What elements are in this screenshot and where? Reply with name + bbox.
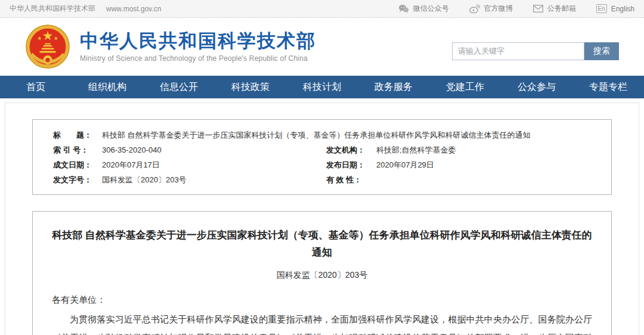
header: 中华人民共和国科学技术部 Ministry of Science and Tec… xyxy=(0,18,644,76)
topbar-link-label: 公务邮箱 xyxy=(547,4,576,14)
topbar-link-label: English xyxy=(611,5,634,13)
en-icon: En xyxy=(596,4,607,13)
article-title: 科技部 自然科学基金委关于进一步压实国家科技计划（专项、基金等）任务承担单位科研… xyxy=(52,227,592,261)
nav-item-info[interactable]: 信息公开 xyxy=(143,76,215,98)
meta-value-publish-date: 2020年07月29日 xyxy=(376,157,599,172)
nav-item-policy[interactable]: 科技政策 xyxy=(215,76,286,98)
nav-item-home[interactable]: 首页 xyxy=(0,76,72,98)
meta-label-agency: 发文机构： xyxy=(326,142,376,157)
search-button[interactable]: 搜索 xyxy=(584,42,619,60)
search-box: 搜索 xyxy=(452,42,619,60)
meta-label-publish-date: 发布日期： xyxy=(326,157,376,172)
mail-icon xyxy=(533,5,543,13)
meta-value-doc-number: 国科发监〔2020〕203号 xyxy=(102,172,326,187)
content-wrapper: 标 题： 科技部 自然科学基金委关于进一步压实国家科技计划（专项、基金等）任务承… xyxy=(5,103,639,335)
topbar: 中华人民共和国科学技术部 www.most.gov.cn 微信公众号 xyxy=(0,0,644,18)
article-box: 科技部 自然科学基金委关于进一步压实国家科技计划（专项、基金等）任务承担单位科研… xyxy=(32,211,612,335)
meta-value-title: 科技部 自然科学基金委关于进一步压实国家科技计划（专项、基金等）任务承担单位科研… xyxy=(102,128,599,142)
nav-item-org[interactable]: 组织机构 xyxy=(72,76,143,98)
topbar-link-label: 官方微博 xyxy=(484,4,513,14)
topbar-link-label: 微信公众号 xyxy=(413,4,449,14)
article-salutation: 各有关单位： xyxy=(52,291,592,309)
topbar-link-weibo[interactable]: 官方微博 xyxy=(469,4,513,14)
meta-label-written-date: 成文日期： xyxy=(53,157,102,172)
nav-item-programs[interactable]: 科技计划 xyxy=(286,76,358,98)
meta-label-doc-number: 发文字号： xyxy=(53,172,102,187)
article-paragraph: 为贯彻落实习近平总书记关于科研作风学风建设的重要指示精神，全面加强科研作风学风建… xyxy=(52,310,592,335)
search-input[interactable] xyxy=(452,42,584,60)
nav-item-party[interactable]: 党建工作 xyxy=(429,76,501,98)
weibo-icon xyxy=(469,4,480,13)
topbar-link-english[interactable]: En English xyxy=(596,4,634,13)
meta-value-index: 306-35-2020-040 xyxy=(102,142,326,157)
meta-label-index: 索 引 号： xyxy=(53,142,102,157)
meta-label-validity: 有 效 性： xyxy=(326,172,376,187)
site-url-text: www.most.gov.cn xyxy=(106,5,161,13)
document-meta-box: 标 题： 科技部 自然科学基金委关于进一步压实国家科技计划（专项、基金等）任务承… xyxy=(32,119,612,195)
site-name-text: 中华人民共和国科学技术部 xyxy=(10,4,95,14)
article-doc-number: 国科发监〔2020〕203号 xyxy=(52,270,592,281)
nav-item-public[interactable]: 公众参与 xyxy=(501,76,572,98)
national-emblem-logo xyxy=(24,23,72,71)
topbar-link-wechat[interactable]: 微信公众号 xyxy=(398,4,449,14)
nav-item-special[interactable]: 专题专栏 xyxy=(572,76,644,98)
main-nav: 首页 组织机构 信息公开 科技政策 科技计划 政务服务 党建工作 公众参与 专题… xyxy=(0,76,644,98)
site-subtitle: Ministry of Science and Technology of th… xyxy=(80,54,316,63)
site-title: 中华人民共和国科学技术部 xyxy=(80,31,316,51)
meta-label-title: 标 题： xyxy=(53,128,102,142)
meta-value-validity xyxy=(376,172,599,187)
meta-value-written-date: 2020年07月17日 xyxy=(102,157,326,172)
topbar-link-mail[interactable]: 公务邮箱 xyxy=(533,4,576,14)
nav-item-services[interactable]: 政务服务 xyxy=(358,76,429,98)
meta-value-agency: 科技部;自然科学基金委 xyxy=(376,142,599,157)
wechat-icon xyxy=(398,4,409,13)
